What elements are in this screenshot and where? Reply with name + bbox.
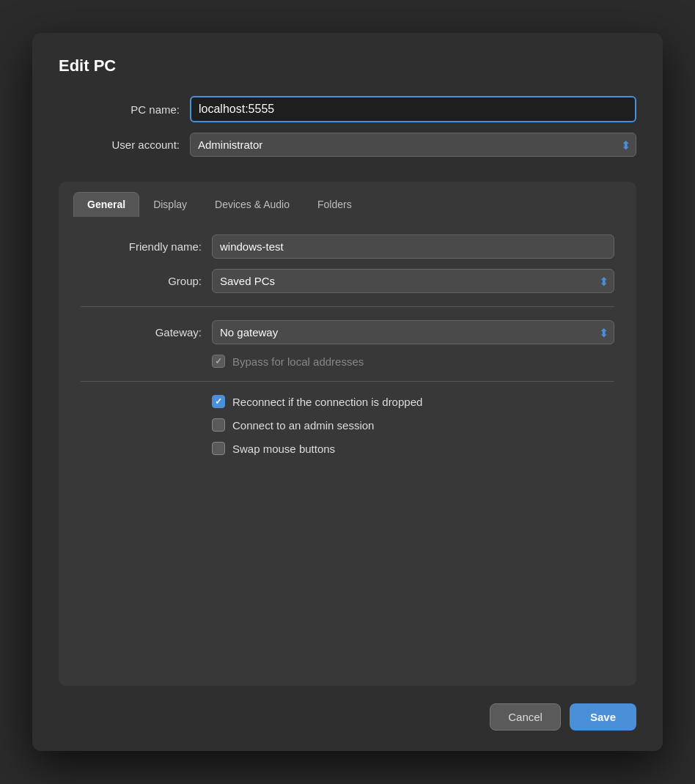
- tab-general[interactable]: General: [73, 192, 139, 217]
- tabs-panel: General Display Devices & Audio Folders …: [59, 182, 636, 686]
- tab-display[interactable]: Display: [139, 192, 201, 217]
- gateway-row: Gateway: No gateway ⬍: [81, 320, 614, 344]
- pc-name-input[interactable]: [190, 96, 636, 122]
- swap-mouse-row: Swap mouse buttons: [212, 442, 614, 455]
- group-select[interactable]: Saved PCs No group: [212, 269, 614, 293]
- bypass-row: Bypass for local addresses: [81, 355, 614, 368]
- user-account-select-wrapper: Administrator Ask when required Add a us…: [190, 133, 636, 157]
- friendly-name-label: Friendly name:: [81, 240, 202, 253]
- admin-session-row: Connect to an admin session: [212, 418, 614, 432]
- reconnect-checkbox[interactable]: [212, 395, 225, 408]
- reconnect-label: Reconnect if the connection is dropped: [232, 396, 422, 408]
- divider-1: [81, 306, 614, 307]
- reconnect-row: Reconnect if the connection is dropped: [212, 395, 614, 408]
- checkboxes-section: Reconnect if the connection is dropped C…: [81, 395, 614, 455]
- group-label: Group:: [81, 275, 202, 287]
- user-account-label: User account:: [59, 138, 180, 151]
- tab-devices-audio[interactable]: Devices & Audio: [201, 192, 304, 217]
- group-select-wrapper: Saved PCs No group ⬍: [212, 269, 614, 293]
- dialog-footer: Cancel Save: [59, 703, 636, 731]
- gateway-label: Gateway:: [81, 326, 202, 339]
- pc-name-label: PC name:: [59, 103, 180, 116]
- swap-mouse-checkbox[interactable]: [212, 442, 225, 455]
- general-tab-content: Friendly name: Group: Saved PCs No group…: [59, 217, 636, 686]
- pc-name-row: PC name:: [59, 96, 636, 122]
- user-account-row: User account: Administrator Ask when req…: [59, 133, 636, 157]
- save-button[interactable]: Save: [570, 703, 636, 731]
- friendly-name-row: Friendly name:: [81, 234, 614, 259]
- divider-2: [81, 381, 614, 382]
- admin-session-label: Connect to an admin session: [232, 419, 374, 432]
- dialog-title: Edit PC: [59, 56, 636, 75]
- admin-session-checkbox[interactable]: [212, 418, 225, 432]
- friendly-name-input[interactable]: [212, 234, 614, 259]
- group-row: Group: Saved PCs No group ⬍: [81, 269, 614, 293]
- cancel-button[interactable]: Cancel: [490, 703, 561, 731]
- gateway-select[interactable]: No gateway: [212, 320, 614, 344]
- bypass-checkbox[interactable]: [212, 355, 225, 368]
- gateway-select-wrapper: No gateway ⬍: [212, 320, 614, 344]
- edit-pc-dialog: Edit PC PC name: User account: Administr…: [32, 33, 663, 751]
- tabs-bar: General Display Devices & Audio Folders: [59, 182, 636, 217]
- swap-mouse-label: Swap mouse buttons: [232, 443, 335, 455]
- bypass-label: Bypass for local addresses: [232, 355, 364, 368]
- user-account-select[interactable]: Administrator Ask when required Add a us…: [190, 133, 636, 157]
- tab-folders[interactable]: Folders: [304, 192, 366, 217]
